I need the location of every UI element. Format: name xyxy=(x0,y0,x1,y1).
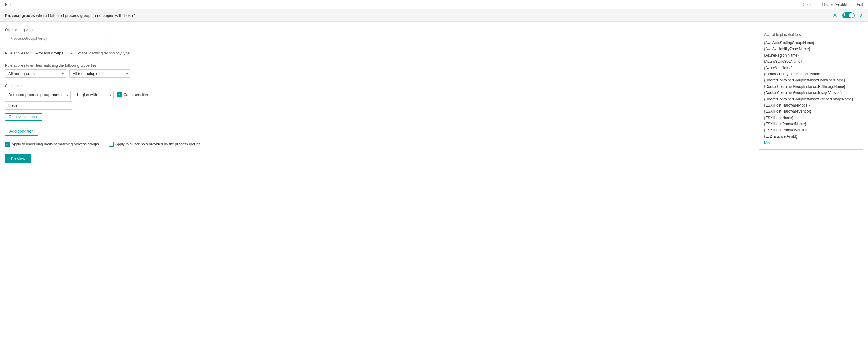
main-content: Optional tag value Rule applies to Proce… xyxy=(0,22,868,169)
placeholder-item[interactable]: {DockerContainerGroupInstance:StrippedIm… xyxy=(764,96,858,102)
edit-action[interactable]: Edit xyxy=(857,2,863,7)
top-bar-actions: Delete Disable/Enable Edit xyxy=(802,2,863,7)
host-groups-select-wrapper: All host groups ▾ xyxy=(5,69,66,78)
placeholder-item[interactable]: {ESXIHost:ProductVersion} xyxy=(764,127,858,133)
placeholder-item[interactable]: {ESXIHost:HardwareVendor} xyxy=(764,108,858,115)
placeholders-title: Available placeholders xyxy=(764,32,858,37)
condition-type-wrapper: Detected process group name Process grou… xyxy=(5,91,71,99)
apply-options: Apply to underlying hosts of matching pr… xyxy=(5,142,753,146)
optional-tag-label: Optional tag value xyxy=(5,28,753,32)
placeholders-panel: Available placeholders {AwsAutoScalingGr… xyxy=(759,28,863,150)
add-condition-button[interactable]: Add condition xyxy=(5,127,38,136)
placeholders-list: {AwsAutoScalingGroup:Name}{AwsAvailabili… xyxy=(764,40,858,139)
technologies-select-wrapper: All technologies ▾ xyxy=(69,69,130,78)
placeholder-item[interactable]: {ESXIHost:ProductName} xyxy=(764,121,858,127)
condition-value-row xyxy=(5,101,753,109)
properties-section: Rule applies to entities matching the fo… xyxy=(5,63,753,78)
rule-summary-bar: Process groups where Detected process gr… xyxy=(0,9,868,22)
apply-option-2: Apply to all services provided by the pr… xyxy=(109,142,200,146)
more-placeholders-link[interactable]: More... xyxy=(764,141,858,145)
placeholder-item[interactable]: {Ec2Instance:AmiId} xyxy=(764,133,858,139)
rule-applies-select[interactable]: Process groups Services Hosts xyxy=(32,49,75,57)
optional-tag-input[interactable] xyxy=(5,34,109,43)
properties-row: All host groups ▾ All technologies ▾ xyxy=(5,69,753,78)
delete-action[interactable]: Delete xyxy=(802,2,812,7)
properties-label: Rule applies to entities matching the fo… xyxy=(5,63,753,68)
rule-summary-value: 'bosh-' xyxy=(123,13,135,18)
placeholder-item[interactable]: {DockerContainerGroupInstance:ImageVersi… xyxy=(764,90,858,96)
remove-condition-button[interactable]: Remove condition xyxy=(5,113,42,121)
rule-applies-section: Rule applies to Process groups Services … xyxy=(5,49,753,57)
apply-option-1-label: Apply to underlying hosts of matching pr… xyxy=(12,142,99,146)
placeholder-item[interactable]: {DockerContainerGroupInstance:ContainerN… xyxy=(764,77,858,83)
host-groups-select[interactable]: All host groups xyxy=(5,69,66,78)
conditions-section: Conditions Detected process group name P… xyxy=(5,84,753,121)
rule-label: Rule xyxy=(5,2,12,7)
optional-tag-section: Optional tag value xyxy=(5,28,753,43)
case-sensitive-checkbox[interactable] xyxy=(117,92,122,97)
placeholder-item[interactable]: {ESXIHost:Name} xyxy=(764,115,858,121)
apply-option-2-label: Apply to all services provided by the pr… xyxy=(116,142,200,146)
rule-summary-actions: ✕ I ∧ xyxy=(833,12,863,19)
apply-option-1-checkbox[interactable] xyxy=(5,142,10,146)
close-button[interactable]: ✕ xyxy=(833,12,837,18)
apply-option-2-checkbox[interactable] xyxy=(109,142,114,146)
condition-type-select[interactable]: Detected process group name Process grou… xyxy=(5,91,71,99)
rule-applies-middle-text: of the following technology type xyxy=(78,51,129,55)
placeholder-item[interactable]: {AzureScaleSet:Name} xyxy=(764,59,858,65)
condition-operator-wrapper: begins with ends with contains equals ▾ xyxy=(74,91,114,99)
case-sensitive-label: Case sensitive xyxy=(123,92,150,97)
conditions-label: Conditions xyxy=(5,84,753,88)
disable-enable-action[interactable]: Disable/Enable xyxy=(823,2,847,7)
top-bar: Rule Delete Disable/Enable Edit xyxy=(0,0,868,9)
right-panel: Available placeholders {AwsAutoScalingGr… xyxy=(759,28,863,163)
condition-operator-select[interactable]: begins with ends with contains equals xyxy=(74,91,114,99)
left-panel: Optional tag value Rule applies to Proce… xyxy=(5,28,753,163)
placeholder-item[interactable]: {AwsAvailabilityZone:Name} xyxy=(764,46,858,52)
toggle-switch[interactable]: I xyxy=(842,12,855,19)
rule-summary-text: Process groups where Detected process gr… xyxy=(5,13,135,18)
rule-applies-select-wrapper: Process groups Services Hosts ▾ xyxy=(32,49,75,57)
case-sensitive-wrapper: Case sensitive xyxy=(117,92,150,97)
placeholder-item[interactable]: {DockerContainerGroupInstance:FullImageN… xyxy=(764,84,858,90)
rule-summary-middle: where Detected process group name begins… xyxy=(36,13,123,18)
condition-value-input[interactable] xyxy=(5,101,72,109)
collapse-button[interactable]: ∧ xyxy=(860,12,863,19)
placeholder-item[interactable]: {AzureVm:Name} xyxy=(764,65,858,71)
placeholder-item[interactable]: {CloudFoundryOrganization:Name} xyxy=(764,71,858,77)
rule-applies-label: Rule applies to xyxy=(5,51,29,55)
placeholder-item[interactable]: {AwsAutoScalingGroup:Name} xyxy=(764,40,858,46)
apply-option-1: Apply to underlying hosts of matching pr… xyxy=(5,142,99,146)
condition-row: Detected process group name Process grou… xyxy=(5,91,753,99)
preview-button[interactable]: Preview xyxy=(5,154,31,163)
placeholder-item[interactable]: {ESXIHost:HardwareModel} xyxy=(764,102,858,108)
rule-summary-prefix: Process groups xyxy=(5,13,35,18)
placeholder-item[interactable]: {AzureRegion:Name} xyxy=(764,52,858,59)
technologies-select[interactable]: All technologies xyxy=(69,69,130,78)
